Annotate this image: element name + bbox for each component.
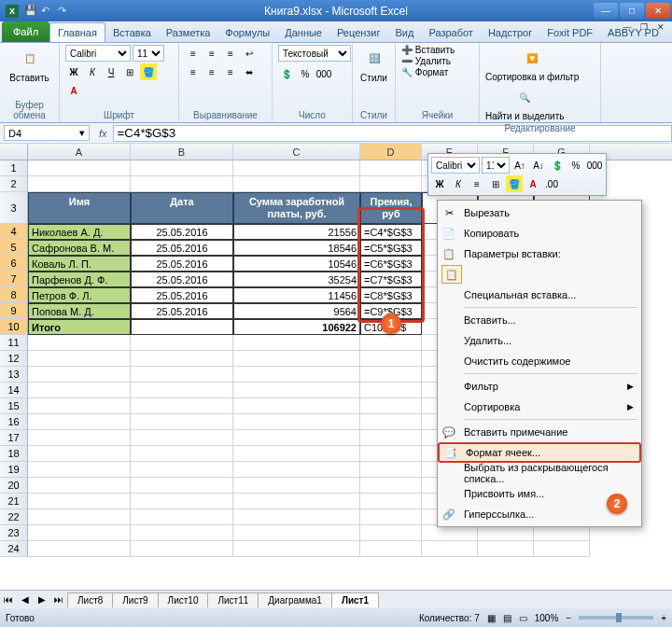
- row-header[interactable]: 17: [0, 430, 28, 446]
- name-cell[interactable]: Парфенов Д. Ф.: [28, 272, 131, 287]
- paste-button[interactable]: 📋 Вставить: [6, 45, 53, 83]
- sort-filter-button[interactable]: 🔽 Сортировка и фильтр: [485, 45, 579, 82]
- date-cell[interactable]: 25.05.2016: [131, 240, 233, 256]
- row-header[interactable]: 6: [0, 256, 28, 272]
- cell[interactable]: [534, 541, 590, 557]
- sum-cell[interactable]: 35254: [233, 272, 360, 287]
- ctx-format-cells[interactable]: 📑Формат ячеек...: [438, 442, 641, 463]
- row-header[interactable]: 21: [0, 494, 28, 509]
- cell[interactable]: [28, 367, 131, 383]
- cell[interactable]: [233, 176, 360, 192]
- redo-icon[interactable]: ↷: [58, 5, 71, 18]
- table-header[interactable]: Дата: [131, 192, 233, 224]
- cell[interactable]: [131, 478, 233, 494]
- sheet-tab[interactable]: Лист9: [112, 592, 158, 607]
- cell[interactable]: [233, 494, 360, 509]
- cell[interactable]: [28, 335, 131, 351]
- cell[interactable]: [233, 446, 360, 462]
- percent-button[interactable]: %: [297, 65, 314, 82]
- cell[interactable]: [233, 525, 360, 541]
- row-header[interactable]: 13: [0, 367, 28, 383]
- zoom-in[interactable]: +: [661, 613, 666, 623]
- tab-first[interactable]: ⏮: [0, 594, 17, 605]
- cell[interactable]: [360, 509, 422, 525]
- cell[interactable]: [131, 398, 233, 414]
- name-cell[interactable]: Петров Ф. Л.: [28, 287, 131, 303]
- ctx-filter[interactable]: Фильтр▶: [438, 376, 641, 397]
- view-break-icon[interactable]: ▭: [519, 613, 527, 623]
- row-header[interactable]: 8: [0, 287, 28, 303]
- mini-color[interactable]: A: [525, 175, 541, 192]
- mini-bold[interactable]: Ж: [431, 175, 448, 192]
- col-header-A[interactable]: A: [28, 144, 131, 160]
- cell[interactable]: [233, 541, 360, 557]
- date-cell[interactable]: 25.05.2016: [131, 256, 233, 272]
- child-close[interactable]: ✕: [653, 22, 668, 35]
- row-header[interactable]: 19: [0, 462, 28, 478]
- mini-italic[interactable]: К: [450, 175, 467, 192]
- mini-size[interactable]: 11: [482, 157, 510, 174]
- cell[interactable]: [28, 351, 131, 367]
- formula-cell[interactable]: =C8*$G$3: [360, 287, 422, 303]
- row-header[interactable]: 15: [0, 398, 28, 414]
- mini-shrink[interactable]: A↓: [530, 157, 547, 174]
- align-mid[interactable]: ≡: [203, 45, 220, 62]
- cell[interactable]: [360, 414, 422, 430]
- cell[interactable]: [28, 383, 131, 398]
- row-header[interactable]: 7: [0, 272, 28, 287]
- zoom-thumb[interactable]: [616, 613, 622, 622]
- bold-button[interactable]: Ж: [65, 63, 82, 80]
- align-left[interactable]: ≡: [185, 63, 202, 80]
- cell[interactable]: [233, 414, 360, 430]
- cell[interactable]: [360, 335, 422, 351]
- cell[interactable]: [131, 525, 233, 541]
- cell[interactable]: [28, 176, 131, 192]
- comma-button[interactable]: 000: [315, 65, 332, 82]
- mini-comma[interactable]: 000: [586, 157, 603, 174]
- cell[interactable]: [233, 160, 360, 176]
- name-cell[interactable]: Сафронова В. М.: [28, 240, 131, 256]
- row-header[interactable]: 4: [0, 224, 28, 240]
- ctx-comment[interactable]: 💬Вставить примечание: [438, 422, 641, 442]
- cell[interactable]: [131, 160, 233, 176]
- view-normal-icon[interactable]: ▦: [487, 613, 496, 623]
- cell[interactable]: [534, 525, 590, 541]
- sheet-tab[interactable]: Диаграмма1: [258, 592, 332, 607]
- date-cell[interactable]: 25.05.2016: [131, 303, 233, 319]
- row-header[interactable]: 10: [0, 319, 28, 335]
- cell[interactable]: [28, 398, 131, 414]
- cell[interactable]: [131, 430, 233, 446]
- ctx-insert[interactable]: Вставить...: [438, 310, 641, 330]
- cell[interactable]: [360, 351, 422, 367]
- table-header[interactable]: Премия, руб: [360, 192, 422, 224]
- cell[interactable]: [131, 462, 233, 478]
- align-top[interactable]: ≡: [185, 45, 202, 62]
- cell[interactable]: [28, 525, 131, 541]
- cell[interactable]: [28, 478, 131, 494]
- mini-border[interactable]: ⊞: [487, 175, 504, 192]
- ctx-sort[interactable]: Сортировка▶: [438, 397, 641, 417]
- ctx-copy[interactable]: 📄Копировать: [438, 223, 641, 244]
- tab-next[interactable]: ▶: [34, 594, 50, 605]
- mini-percent[interactable]: %: [567, 157, 584, 174]
- cell[interactable]: [233, 430, 360, 446]
- sum-cell[interactable]: 9564: [233, 303, 360, 319]
- total-sum[interactable]: 106922: [233, 319, 360, 335]
- cell[interactable]: [28, 462, 131, 478]
- mini-grow[interactable]: A↑: [511, 157, 528, 174]
- tab-formulas[interactable]: Формулы: [217, 23, 277, 42]
- cell[interactable]: [233, 478, 360, 494]
- font-name[interactable]: Calibri: [65, 45, 131, 62]
- child-minimize[interactable]: —: [620, 22, 635, 35]
- maximize-button[interactable]: □: [620, 3, 644, 19]
- mini-fill[interactable]: 🪣: [506, 175, 523, 192]
- cell[interactable]: [28, 541, 131, 557]
- font-size[interactable]: 11: [133, 45, 164, 62]
- mini-font[interactable]: Calibri: [431, 157, 480, 174]
- date-cell[interactable]: 25.05.2016: [131, 224, 233, 240]
- cell[interactable]: [233, 509, 360, 525]
- underline-button[interactable]: Ч: [103, 63, 119, 80]
- cell[interactable]: [131, 494, 233, 509]
- sum-cell[interactable]: 10546: [233, 256, 360, 272]
- name-cell[interactable]: Попова М. Д.: [28, 303, 131, 319]
